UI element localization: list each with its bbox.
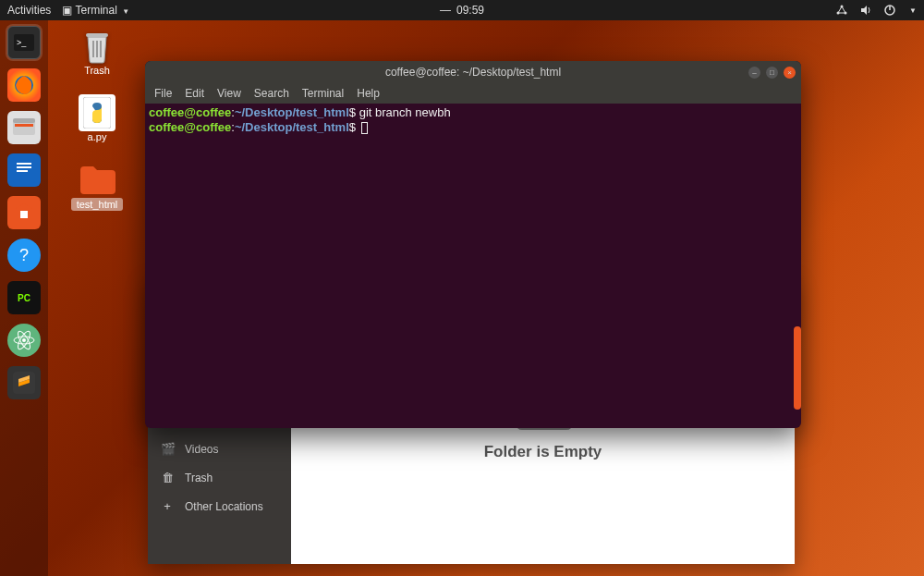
scrollbar-thumb[interactable] [794, 326, 801, 410]
prompt-dollar: $ [349, 105, 356, 119]
dock-help[interactable]: ? [7, 239, 41, 272]
terminal-menubar: File Edit View Search Terminal Help [145, 83, 801, 104]
dock-pycharm[interactable]: PC [7, 281, 41, 314]
trash-icon [79, 28, 116, 65]
menu-file[interactable]: File [154, 87, 172, 100]
svg-rect-24 [100, 41, 102, 57]
prompt-user: coffee@coffee [149, 105, 231, 119]
terminal-icon: ▣ [62, 4, 72, 17]
sidebar-item-label: Videos [185, 443, 218, 456]
desktop-icon-label: Trash [84, 65, 110, 76]
terminal-scrollbar[interactable] [794, 104, 801, 428]
clock-time: 09:59 [456, 4, 484, 17]
dock-ubuntu-software[interactable] [7, 196, 41, 229]
menu-help[interactable]: Help [357, 87, 380, 100]
maximize-button[interactable]: □ [766, 67, 778, 79]
menu-edit[interactable]: Edit [185, 87, 204, 100]
svg-rect-23 [96, 41, 98, 57]
network-icon[interactable] [835, 4, 848, 17]
dock-atom[interactable] [7, 324, 41, 357]
app-menu[interactable]: ▣ Terminal ▼ [62, 4, 129, 17]
sidebar-item-other-locations[interactable]: + Other Locations [148, 492, 291, 521]
video-icon: 🎬 [161, 442, 174, 456]
gnome-top-bar: Activities ▣ Terminal ▼ — 09:59 ▼ [0, 0, 924, 20]
activities-button[interactable]: Activities [7, 4, 51, 17]
clock[interactable]: — 09:59 [440, 4, 484, 17]
terminal-titlebar[interactable]: coffee@coffee: ~/Desktop/test_html – □ × [145, 61, 801, 83]
folder-icon [79, 161, 116, 198]
prompt-path: ~/Desktop/test_html [235, 120, 349, 134]
dash-icon: — [440, 4, 451, 17]
svg-point-19 [22, 338, 26, 342]
sidebar-item-label: Other Locations [185, 500, 263, 513]
desktop-icon-trash[interactable]: Trash [65, 28, 129, 76]
sidebar-item-trash[interactable]: 🗑 Trash [148, 463, 291, 492]
launcher-dock: >_ ? PC [0, 20, 48, 576]
close-button[interactable]: × [784, 67, 796, 79]
empty-folder-text: Folder is Empty [484, 443, 602, 461]
python-file-icon [79, 94, 116, 131]
menu-terminal[interactable]: Terminal [302, 87, 344, 100]
terminal-line: coffee@coffee:~/Desktop/test_html$ git b… [149, 105, 797, 120]
trash-icon: 🗑 [161, 471, 174, 484]
desktop-icon-apy[interactable]: a.py [65, 94, 129, 142]
volume-icon[interactable] [859, 4, 872, 17]
terminal-line: coffee@coffee:~/Desktop/test_html$ [149, 120, 797, 135]
minimize-button[interactable]: – [748, 67, 760, 79]
svg-text:>_: >_ [17, 38, 27, 47]
desktop-icon-label: a.py [88, 131, 107, 142]
prompt-user: coffee@coffee [149, 120, 231, 134]
terminal-title: coffee@coffee: ~/Desktop/test_html [385, 66, 561, 79]
terminal-body[interactable]: coffee@coffee:~/Desktop/test_html$ git b… [145, 104, 801, 428]
app-menu-label: Terminal [75, 4, 116, 17]
desktop-icon-label: test_html [71, 198, 124, 211]
svg-rect-15 [20, 211, 28, 218]
window-controls: – □ × [748, 67, 796, 79]
svg-rect-13 [17, 166, 31, 168]
desktop-icon-test-html[interactable]: test_html [65, 161, 129, 211]
desktop-area: Trash a.py test_html [65, 28, 129, 211]
prompt-path: ~/Desktop/test_html [235, 105, 349, 119]
menu-view[interactable]: View [217, 87, 241, 100]
gnome-terminal-window[interactable]: coffee@coffee: ~/Desktop/test_html – □ ×… [145, 61, 801, 428]
terminal-command: git branch newbh [359, 105, 451, 119]
dock-terminal[interactable]: >_ [7, 26, 41, 59]
terminal-cursor [361, 122, 368, 134]
svg-rect-22 [92, 41, 94, 57]
svg-rect-14 [17, 170, 28, 172]
dock-firefox[interactable] [7, 68, 41, 102]
sidebar-item-label: Trash [185, 472, 213, 484]
svg-rect-21 [86, 33, 108, 37]
power-icon[interactable] [883, 4, 896, 17]
chevron-down-icon: ▼ [122, 7, 129, 16]
chevron-down-icon[interactable]: ▼ [909, 6, 917, 15]
sidebar-item-videos[interactable]: 🎬 Videos [148, 435, 291, 463]
menu-search[interactable]: Search [254, 87, 289, 100]
svg-rect-12 [17, 163, 31, 165]
svg-rect-9 [13, 118, 35, 123]
dock-files[interactable] [7, 111, 41, 144]
prompt-dollar: $ [349, 120, 356, 134]
svg-rect-10 [15, 124, 33, 127]
dock-sublime[interactable] [7, 366, 41, 399]
dock-libreoffice-writer[interactable] [7, 153, 41, 187]
plus-icon: + [161, 499, 174, 513]
